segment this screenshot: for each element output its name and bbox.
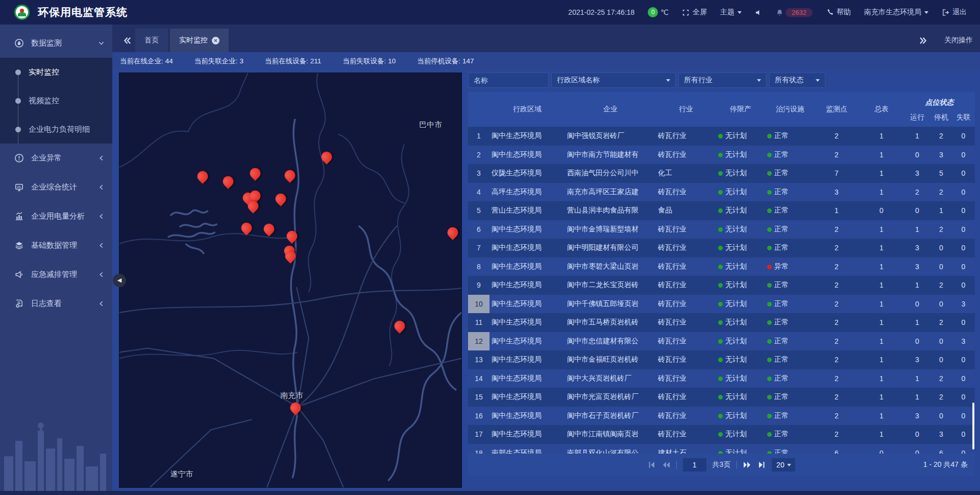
cell-monitor-points: 2	[815, 300, 858, 308]
table-row[interactable]: 2阆中生态环境局阆中市南方节能建材有砖瓦行业无计划正常21030	[468, 146, 975, 164]
sidebar-item-label: 基础数据管理	[31, 241, 77, 250]
tabs-scroll-right-button[interactable]	[915, 29, 931, 52]
sidebar-item-log-view[interactable]: 日志查看	[0, 289, 112, 318]
status-dot-green	[767, 208, 772, 213]
cell-company: 西南油气田分公司川中	[565, 169, 656, 178]
cell-lost: 0	[953, 244, 974, 252]
close-icon[interactable]: ✕	[212, 37, 219, 44]
name-search-input[interactable]	[468, 73, 549, 88]
first-page-button[interactable]	[648, 461, 656, 469]
table-row[interactable]: 18南部生态环境局南部县双化山河有限公建材土石无计划正常60060	[468, 444, 975, 454]
fullscreen-button[interactable]: 全屏	[682, 8, 707, 17]
sidebar-subitem-realtime-monitor[interactable]: 实时监控	[0, 58, 112, 86]
temperature-badge: 0	[648, 7, 658, 17]
status-dot-green	[767, 227, 772, 232]
cell-monitor-points: 3	[815, 188, 858, 196]
row-index: 5	[468, 201, 489, 220]
cell-limit-status: 无计划	[716, 131, 765, 140]
table-row[interactable]: 17阆中生态环境局阆中市江南镇阆南页岩砖瓦行业无计划正常21030	[468, 425, 975, 444]
row-index: 7	[468, 239, 489, 257]
sidebar-subitem-video-monitor[interactable]: 视频监控	[0, 86, 112, 115]
tab-home[interactable]: 首页	[135, 29, 168, 52]
table-row[interactable]: 4高坪生态环境局南充市高坪区王家店建砖瓦行业无计划正常31220	[468, 183, 975, 202]
column-header: 总表	[858, 92, 905, 127]
table-row[interactable]: 1阆中生态环境局阆中强锐页岩砖厂砖瓦行业无计划正常21120	[468, 127, 975, 146]
cell-stopped: 0	[929, 356, 953, 364]
sidebar-item-enterprise-statistics[interactable]: 企业综合统计	[0, 173, 112, 202]
cell-monitor-points: 2	[815, 151, 858, 159]
org-menu[interactable]: 南充市生态环境局	[864, 8, 928, 17]
theme-menu[interactable]: 主题	[720, 8, 742, 17]
cell-limit-status: 无计划	[716, 299, 765, 309]
chevron-down-icon	[757, 79, 761, 82]
table-row[interactable]: 5营山生态环境局营山县润丰肉食品有限食品无计划正常10010	[468, 201, 975, 220]
table-row[interactable]: 14阆中生态环境局阆中大兴页岩机砖厂砖瓦行业无计划正常21120	[468, 369, 975, 388]
cell-limit-status: 无计划	[716, 430, 765, 439]
row-index: 18	[468, 444, 489, 454]
stat-value: 44	[165, 57, 173, 65]
table-row[interactable]: 13阆中生态环境局阆中市金福旺页岩机砖砖瓦行业无计划正常21300	[468, 350, 975, 369]
cell-limit-status: 无计划	[716, 337, 765, 346]
table-row[interactable]: 3仪陇生态环境局西南油气田分公司川中化工无计划正常71350	[468, 164, 975, 183]
table-row[interactable]: 11阆中生态环境局阆中市五马桥页岩机砖砖瓦行业无计划正常21120	[468, 313, 975, 332]
row-index: 1	[468, 127, 489, 146]
next-page-button[interactable]	[743, 461, 751, 469]
industry-select[interactable]: 所有行业	[678, 73, 767, 88]
sidebar-item-label: 企业用电量分析	[31, 211, 85, 221]
map-collapse-handle[interactable]: ◀	[113, 274, 126, 287]
cell-running: 3	[905, 263, 929, 271]
sidebar-item-data-monitoring[interactable]: 数据监测	[0, 29, 112, 58]
tab-realtime[interactable]: 实时监控✕	[170, 29, 229, 52]
row-index: 4	[468, 183, 489, 202]
sidebar-item-power-usage-analysis[interactable]: 企业用电量分析	[0, 202, 112, 231]
table-row[interactable]: 12阆中生态环境局阆中市忠信建材有限公砖瓦行业无计划正常21003	[468, 332, 975, 351]
header-toolbar: 2021-02-25 17:46:18 0 ℃ 全屏 主题 2632	[568, 7, 980, 17]
cell-stopped: 2	[929, 225, 953, 233]
table-row[interactable]: 7阆中生态环境局阆中明阳建材有限公司砖瓦行业无计划正常21300	[468, 239, 975, 257]
cell-monitor-points: 2	[815, 393, 858, 401]
cell-company: 阆中市金福旺页岩机砖	[565, 355, 656, 364]
sidebar-subitem-power-load-detail[interactable]: 企业电力负荷明细	[0, 115, 112, 144]
cell-facility-status: 正常	[765, 337, 815, 346]
cell-region: 阆中生态环境局	[489, 337, 565, 346]
map-panel[interactable]: 巴中市南充市遂宁市 ◀	[119, 73, 462, 488]
chevron-down-icon	[787, 464, 791, 466]
cell-limit-status: 无计划	[716, 243, 765, 252]
help-button[interactable]: 帮助	[826, 8, 851, 17]
cell-industry: 砖瓦行业	[656, 280, 716, 290]
logout-button[interactable]: 退出	[942, 8, 967, 17]
cell-facility-status: 正常	[765, 187, 815, 197]
column-header: 行政区域	[489, 92, 565, 127]
sidebar-item-label: 企业综合统计	[31, 182, 77, 192]
table-row[interactable]: 15阆中生态环境局阆中市光富页岩机砖厂砖瓦行业无计划正常21120	[468, 388, 975, 407]
sidebar-item-emergency-reduction[interactable]: 应急减排管理	[0, 260, 112, 289]
row-index: 12	[468, 332, 489, 351]
table-row[interactable]: 16阆中生态环境局阆中市石子页岩机砖厂砖瓦行业无计划正常21300	[468, 407, 975, 426]
cell-meters: 1	[858, 337, 905, 345]
last-page-button[interactable]	[757, 461, 766, 469]
cell-industry: 砖瓦行业	[656, 299, 716, 309]
tabs-scroll-left-button[interactable]	[119, 29, 135, 52]
table-row[interactable]: 8阆中生态环境局阆中市枣碧大梁山页岩砖瓦行业无计划异常21300	[468, 257, 975, 276]
next-page-icon	[743, 461, 751, 469]
cell-facility-status: 正常	[765, 243, 815, 252]
table-row[interactable]: 9阆中生态环境局阆中市二龙长宝页岩砖砖瓦行业无计划正常21120	[468, 276, 975, 295]
mute-button[interactable]	[755, 9, 763, 16]
cell-lost: 0	[953, 151, 974, 159]
cell-region: 阆中生态环境局	[489, 374, 565, 383]
prev-page-button[interactable]	[662, 461, 670, 469]
status-dot-green	[767, 376, 772, 381]
sidebar-item-basic-data-management[interactable]: 基础数据管理	[0, 231, 112, 260]
cell-running: 0	[905, 300, 929, 308]
notifications-button[interactable]: 2632	[776, 8, 813, 17]
table-row[interactable]: 6阆中生态环境局阆中市金博瑞新型墙材砖瓦行业无计划正常21120	[468, 220, 975, 239]
page-size-select[interactable]: 20	[772, 458, 795, 472]
region-select[interactable]: 行政区域名称	[551, 73, 676, 88]
status-select[interactable]: 所有状态	[769, 73, 825, 88]
stat-item: 当前停机设备:147	[417, 57, 474, 66]
page-number-input[interactable]: 1	[683, 458, 706, 472]
sidebar-item-enterprise-abnormal[interactable]: 企业异常	[0, 144, 112, 173]
close-operations-button[interactable]: 关闭操作	[944, 36, 973, 45]
table-row[interactable]: 10阆中生态环境局阆中千佛镇五郎垭页岩砖瓦行业无计划正常21003	[468, 295, 975, 314]
table-scrollbar[interactable]	[972, 403, 974, 450]
